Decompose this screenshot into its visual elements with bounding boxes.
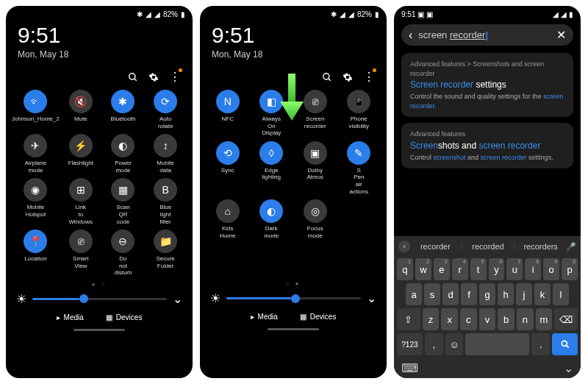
key-x[interactable]: x <box>441 308 458 330</box>
quick-tile-rotate[interactable]: ⟳Autorotate <box>144 90 187 129</box>
key-e[interactable]: e3 <box>434 258 450 280</box>
quick-tile-loc[interactable]: 📍Location <box>12 230 60 277</box>
quick-tile-hotspot[interactable]: ◉MobileHotspot <box>12 178 60 225</box>
search-bar[interactable]: ‹ screen recorder| ✕ <box>401 24 573 46</box>
spen-icon: ✎ <box>347 141 370 165</box>
quick-tile-kids[interactable]: ⌂KidsHome <box>206 199 250 239</box>
media-button[interactable]: ▸ Media <box>57 313 84 321</box>
mute-icon: 🔇 <box>69 90 93 113</box>
blue-icon: B <box>154 178 177 202</box>
quick-tile-mute[interactable]: 🔇Mute <box>60 90 102 129</box>
key-p[interactable]: p0 <box>562 258 578 280</box>
quick-tile-spen[interactable]: ✎SPenairactions <box>337 141 381 195</box>
keyboard-switch-icon[interactable]: ⌨ <box>401 361 418 375</box>
key-m[interactable]: m <box>536 308 553 330</box>
tile-label: Phonevisibility <box>348 115 369 129</box>
expand-icon[interactable]: ⌄ <box>367 291 376 305</box>
key-y[interactable]: y6 <box>489 258 505 280</box>
quick-tile-vis[interactable]: 📱Phonevisibility <box>337 90 381 137</box>
key-c[interactable]: c <box>460 308 477 330</box>
media-button[interactable]: ▸ Media <box>251 313 278 321</box>
tile-label: DolbyAtmos <box>306 167 323 181</box>
signal-icon: ◢ <box>561 10 567 18</box>
period-key[interactable]: . <box>531 333 550 355</box>
space-key[interactable] <box>465 333 529 355</box>
clear-icon[interactable]: ✕ <box>556 28 566 42</box>
key-s[interactable]: s <box>424 283 440 305</box>
nav-pill[interactable] <box>74 329 125 331</box>
settings-icon[interactable] <box>343 72 353 82</box>
clock-time: 9:51 <box>212 23 375 48</box>
quick-tile-bt[interactable]: ✱Bluetooth <box>102 90 145 129</box>
key-t[interactable]: t5 <box>470 258 487 280</box>
brightness-slider[interactable] <box>226 297 361 299</box>
numeric-key[interactable]: ?123 <box>397 333 423 355</box>
nav-pill[interactable] <box>268 328 319 330</box>
search-icon[interactable] <box>128 72 138 82</box>
quick-tile-dolby[interactable]: ▣DolbyAtmos <box>293 141 337 195</box>
key-a[interactable]: a <box>406 283 422 305</box>
suggestion[interactable]: recorders <box>518 242 563 251</box>
quick-tile-power[interactable]: ◐Powermode <box>102 134 145 174</box>
devices-button[interactable]: ▦ Devices <box>106 313 143 321</box>
search-input[interactable]: screen recorder| <box>418 29 551 40</box>
backspace-key[interactable]: ⌫ <box>554 308 578 330</box>
quick-tile-wifi[interactable]: ᯤJohnson_Home_2 <box>12 90 60 129</box>
expand-icon[interactable]: ⌄ <box>173 292 182 306</box>
brightness-slider[interactable] <box>32 298 167 300</box>
expand-suggestions-icon[interactable]: › <box>398 241 410 252</box>
key-k[interactable]: k <box>534 283 551 305</box>
shift-key[interactable]: ⇧ <box>397 308 420 330</box>
collapse-keyboard-icon[interactable]: ⌄ <box>564 361 573 375</box>
key-g[interactable]: g <box>479 283 495 305</box>
key-u[interactable]: u7 <box>506 258 523 280</box>
quick-tile-plane[interactable]: ✈Airplanemode <box>12 134 60 174</box>
quick-tile-folder[interactable]: 📁SecureFolder <box>144 230 187 277</box>
key-o[interactable]: o9 <box>543 258 559 280</box>
key-q[interactable]: q1 <box>397 258 413 280</box>
key-w[interactable]: w2 <box>415 258 431 280</box>
result-desc: Control screenshot and screen recorder s… <box>410 153 564 163</box>
phone-quick-panel-page2: ✱ ◢ ◢ 82% ▮ 9:51 Mon, May 18 ⋮ NNFC◧Alwa… <box>200 6 387 378</box>
quick-tile-dnd[interactable]: ⊖Donotdisturb <box>102 230 145 277</box>
devices-button[interactable]: ▦ Devices <box>300 313 337 321</box>
quick-tile-nfc[interactable]: NNFC <box>206 90 250 137</box>
more-icon[interactable]: ⋮ <box>169 70 181 84</box>
tile-label: KidsHome <box>220 225 235 239</box>
quick-tile-flash[interactable]: ⚡Flashlight <box>60 134 102 174</box>
key-z[interactable]: z <box>423 308 440 330</box>
suggestion[interactable]: recorded <box>466 242 511 251</box>
search-result[interactable]: Advanced features Screenshots and screen… <box>401 123 573 168</box>
key-n[interactable]: n <box>517 308 534 330</box>
brightness-row: ☀ ⌄ <box>6 289 193 309</box>
back-icon[interactable]: ‹ <box>409 29 412 42</box>
key-l[interactable]: l <box>553 283 569 305</box>
quick-tile-data[interactable]: ↕Mobiledata <box>144 134 187 174</box>
mic-icon[interactable]: 🎤 <box>566 242 576 252</box>
key-v[interactable]: v <box>479 308 496 330</box>
search-key[interactable] <box>552 333 578 355</box>
search-icon[interactable] <box>322 72 332 82</box>
quick-tile-sync[interactable]: ⟲Sync <box>206 141 250 195</box>
key-h[interactable]: h <box>498 283 514 305</box>
quick-tile-link[interactable]: ⊞LinktoWindows <box>60 178 102 225</box>
svg-line-5 <box>329 78 331 80</box>
quick-tile-dark[interactable]: ◐Darkmode <box>250 199 294 239</box>
key-d[interactable]: d <box>442 283 459 305</box>
settings-icon[interactable] <box>148 72 159 82</box>
key-b[interactable]: b <box>498 308 514 330</box>
search-result[interactable]: Advanced features > Screenshots and scre… <box>401 53 573 117</box>
comma-key[interactable]: , <box>425 333 443 355</box>
key-r[interactable]: r4 <box>452 258 468 280</box>
key-j[interactable]: j <box>516 283 532 305</box>
more-icon[interactable]: ⋮ <box>363 70 375 84</box>
key-i[interactable]: i8 <box>525 258 541 280</box>
quick-tile-edge[interactable]: ◊Edgelighting <box>250 141 294 195</box>
key-f[interactable]: f <box>461 283 477 305</box>
quick-tile-blue[interactable]: BBluelightfilter <box>144 178 187 225</box>
quick-tile-cast[interactable]: ⎚SmartView <box>60 230 102 277</box>
quick-tile-focus[interactable]: ◎Focusmode <box>293 199 337 239</box>
quick-tile-qr[interactable]: ▦ScanQRcode <box>102 178 145 225</box>
suggestion[interactable]: recorder <box>413 242 458 251</box>
emoji-key[interactable]: ☺ <box>445 333 464 355</box>
